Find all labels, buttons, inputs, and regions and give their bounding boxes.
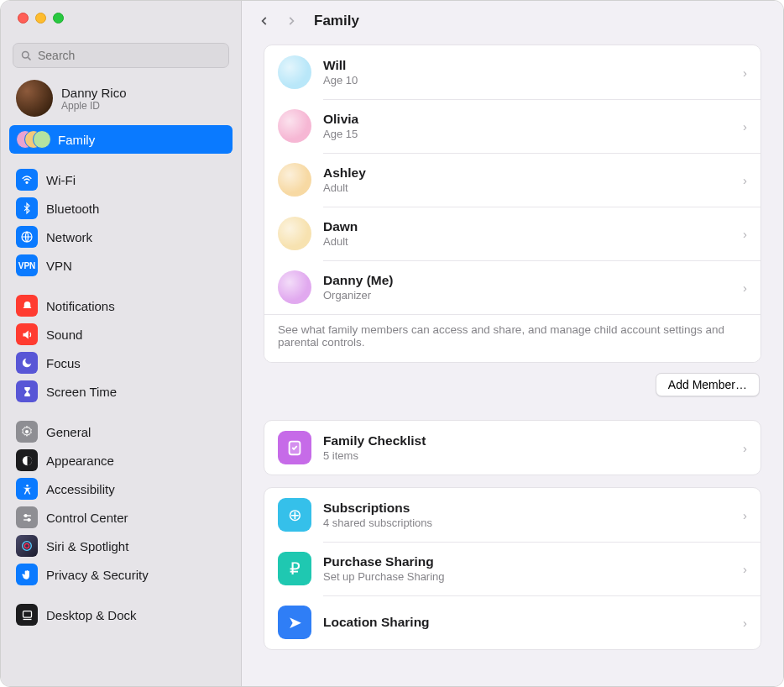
search-input[interactable]: [38, 49, 222, 62]
dock-icon: [16, 604, 38, 626]
sidebar-item-screentime[interactable]: Screen Time: [9, 377, 233, 406]
search-field[interactable]: [13, 43, 229, 68]
vpn-icon: VPN: [16, 254, 38, 276]
add-member-button[interactable]: Add Member…: [656, 373, 760, 396]
account-avatar: [16, 80, 53, 117]
sidebar-account[interactable]: Danny Rico Apple ID: [1, 75, 241, 125]
subscriptions-icon: ⊕: [278, 498, 311, 532]
svg-point-11: [23, 542, 32, 551]
family-member-row[interactable]: OliviaAge 15›: [264, 99, 760, 153]
back-button[interactable]: [259, 13, 270, 29]
family-checklist-card[interactable]: Family Checklist 5 items ›: [264, 420, 761, 475]
member-name: Will: [323, 58, 731, 73]
search-icon: [20, 50, 33, 62]
bell-icon: [16, 295, 38, 317]
member-avatar: [278, 55, 311, 89]
svg-point-6: [26, 484, 29, 486]
sidebar-item-siri[interactable]: Siri & Spotlight: [9, 532, 233, 560]
member-name: Ashley: [323, 165, 731, 181]
sidebar-item-label: Network: [46, 230, 92, 244]
family-member-row[interactable]: DawnAdult›: [264, 207, 760, 260]
gear-icon: [16, 421, 38, 443]
setting-row-purchase[interactable]: ₽Purchase SharingSet up Purchase Sharing…: [264, 542, 760, 595]
family-member-row[interactable]: Danny (Me)Organizer›: [264, 260, 760, 314]
member-sub: Adult: [323, 235, 731, 248]
window-controls: [1, 1, 241, 34]
sidebar-item-bluetooth[interactable]: Bluetooth: [9, 194, 233, 223]
appearance-icon: [16, 449, 38, 471]
sidebar: Danny Rico Apple ID Family Wi-Fi Bluetoo…: [1, 1, 242, 686]
member-avatar: [278, 270, 311, 304]
minimize-window-button[interactable]: [35, 13, 46, 24]
svg-point-12: [24, 543, 29, 548]
sidebar-item-label: Family: [58, 133, 95, 147]
wifi-icon: [16, 169, 38, 191]
sidebar-item-label: Sound: [46, 328, 82, 342]
sidebar-item-privacy[interactable]: Privacy & Security: [9, 560, 233, 589]
chevron-right-icon: ›: [743, 119, 747, 134]
setting-row-location[interactable]: ➤Location Sharing›: [264, 595, 760, 649]
sidebar-item-label: Bluetooth: [46, 202, 99, 216]
sidebar-item-label: Wi-Fi: [46, 173, 76, 187]
member-avatar: [278, 109, 311, 143]
hand-icon: [16, 564, 38, 585]
forward-button[interactable]: [285, 13, 297, 29]
setting-title: Subscriptions: [323, 501, 731, 516]
setting-row-subscriptions[interactable]: ⊕Subscriptions4 shared subscriptions›: [264, 488, 760, 542]
sidebar-item-label: Accessibility: [46, 482, 115, 496]
sidebar-item-vpn[interactable]: VPN VPN: [9, 251, 233, 280]
chevron-right-icon: ›: [743, 173, 747, 187]
member-sub: Adult: [323, 181, 731, 194]
close-window-button[interactable]: [18, 13, 29, 24]
sharing-settings-card: ⊕Subscriptions4 shared subscriptions›₽Pu…: [264, 487, 761, 650]
sidebar-item-label: Desktop & Dock: [46, 608, 137, 622]
sidebar-item-label: Appearance: [46, 454, 114, 468]
sidebar-item-label: Notifications: [46, 299, 115, 313]
chevron-right-icon: ›: [743, 562, 747, 576]
svg-point-8: [24, 514, 27, 517]
sliders-icon: [16, 506, 38, 528]
members-footer-text: See what family members can access and s…: [264, 314, 760, 362]
sidebar-item-label: Privacy & Security: [46, 568, 149, 582]
sidebar-item-desktop[interactable]: Desktop & Dock: [9, 600, 233, 629]
family-member-row[interactable]: WillAge 10›: [264, 45, 760, 99]
member-sub: Age 15: [323, 128, 731, 140]
location-icon: ➤: [278, 606, 311, 639]
hourglass-icon: [16, 380, 38, 402]
sidebar-item-label: Focus: [46, 356, 81, 370]
sidebar-item-label: General: [46, 425, 91, 439]
sidebar-item-appearance[interactable]: Appearance: [9, 446, 233, 475]
member-sub: Organizer: [323, 289, 731, 302]
member-name: Olivia: [323, 112, 731, 127]
setting-sub: 4 shared subscriptions: [323, 517, 731, 529]
member-avatar: [278, 217, 311, 250]
sidebar-item-wifi[interactable]: Wi-Fi: [9, 165, 233, 194]
chevron-right-icon: ›: [743, 227, 747, 241]
setting-title: Purchase Sharing: [323, 554, 731, 569]
sidebar-item-general[interactable]: General: [9, 417, 233, 446]
checklist-title: Family Checklist: [323, 433, 731, 448]
chevron-right-icon: ›: [743, 616, 747, 630]
sidebar-item-notifications[interactable]: Notifications: [9, 291, 233, 320]
sidebar-item-accessibility[interactable]: Accessibility: [9, 475, 233, 503]
sidebar-item-controlcenter[interactable]: Control Center: [9, 503, 233, 532]
moon-icon: [16, 352, 38, 374]
setting-sub: Set up Purchase Sharing: [323, 570, 731, 583]
accessibility-icon: [16, 478, 38, 500]
sidebar-item-network[interactable]: Network: [9, 223, 233, 251]
sidebar-item-sound[interactable]: Sound: [9, 320, 233, 349]
member-name: Danny (Me): [323, 273, 731, 288]
network-icon: [16, 226, 38, 248]
member-sub: Age 10: [323, 74, 731, 87]
svg-point-2: [26, 181, 28, 183]
sidebar-item-label: VPN: [46, 259, 72, 273]
fullscreen-window-button[interactable]: [53, 13, 64, 24]
page-title: Family: [314, 13, 359, 29]
family-member-row[interactable]: AshleyAdult›: [264, 153, 760, 207]
sidebar-item-label: Control Center: [46, 511, 128, 525]
chevron-right-icon: ›: [743, 508, 747, 522]
sidebar-item-family[interactable]: Family: [9, 125, 233, 154]
member-name: Dawn: [323, 219, 731, 234]
svg-point-4: [25, 430, 29, 433]
sidebar-item-focus[interactable]: Focus: [9, 349, 233, 377]
